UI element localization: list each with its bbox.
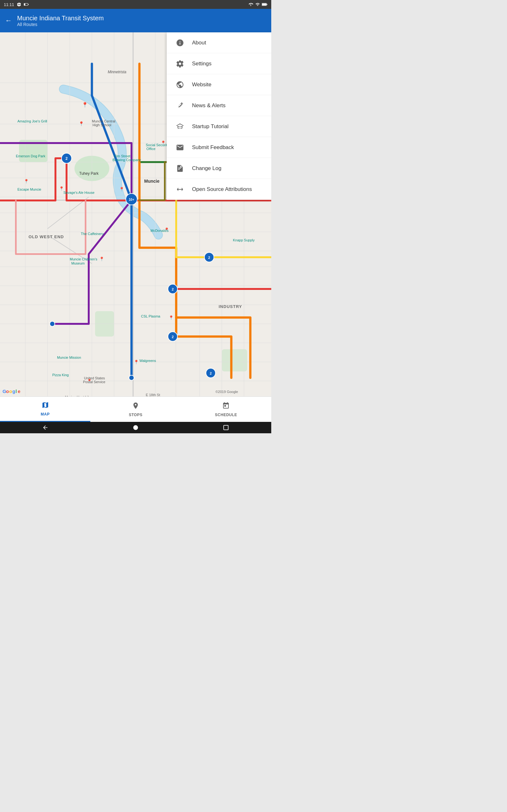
wifi-icon: [248, 2, 253, 7]
battery-icon: [24, 3, 29, 6]
svg-text:📍: 📍: [99, 256, 105, 262]
svg-text:Savage's Ale House: Savage's Ale House: [63, 191, 95, 194]
svg-text:Pizza King: Pizza King: [52, 373, 69, 377]
time-display: 11:11: [4, 2, 14, 7]
svg-text:INDUSTRY: INDUSTRY: [219, 304, 242, 309]
svg-text:o: o: [6, 389, 9, 394]
svg-rect-5: [262, 3, 267, 5]
settings-label: Settings: [192, 61, 211, 67]
settings-menu-icon: [174, 58, 186, 69]
submit-feedback-label: Submit Feedback: [192, 144, 234, 151]
svg-text:2: 2: [172, 287, 174, 291]
status-bar: 11:11: [0, 0, 271, 9]
svg-text:📍: 📍: [134, 359, 139, 365]
menu-item-website[interactable]: Website: [167, 74, 271, 95]
schedule-nav-icon: [222, 402, 230, 411]
svg-text:Muncie Central: Muncie Central: [92, 119, 115, 123]
recent-system-button[interactable]: [220, 422, 232, 433]
menu-item-open-source[interactable]: Open Source Attributions: [167, 179, 271, 200]
menu-item-about[interactable]: About: [167, 32, 271, 53]
svg-text:📍: 📍: [78, 121, 84, 126]
svg-text:📍: 📍: [169, 315, 174, 320]
svg-text:Tuhey Park: Tuhey Park: [79, 171, 99, 176]
system-nav: [0, 422, 271, 433]
news-alerts-label: News & Alerts: [192, 102, 226, 109]
nav-map[interactable]: MAP: [0, 397, 90, 422]
svg-point-108: [133, 425, 138, 430]
svg-text:2: 2: [210, 371, 212, 375]
stops-nav-icon: [132, 402, 139, 411]
svg-text:g: g: [12, 389, 15, 394]
change-log-icon: [174, 163, 186, 174]
svg-text:Office: Office: [147, 147, 156, 151]
svg-rect-10: [222, 349, 247, 371]
header-text: Muncie Indiana Transit System All Routes: [17, 14, 104, 27]
svg-text:📍: 📍: [119, 187, 124, 192]
svg-text:Escape Muncie: Escape Muncie: [17, 188, 41, 191]
app-subtitle: All Routes: [17, 22, 104, 27]
svg-text:📍: 📍: [59, 186, 64, 191]
website-icon: [174, 79, 186, 90]
svg-point-56: [129, 375, 134, 380]
menu-item-news-alerts[interactable]: News & Alerts: [167, 95, 271, 116]
svg-text:G: G: [3, 389, 6, 394]
svg-rect-1: [28, 4, 29, 5]
map-nav-label: MAP: [41, 412, 50, 416]
map-nav-icon: [42, 401, 49, 411]
svg-text:e: e: [18, 389, 20, 394]
signal-icon: [256, 2, 260, 7]
svg-text:📍: 📍: [164, 227, 170, 233]
svg-text:Muncie: Muncie: [144, 179, 159, 184]
svg-text:High School: High School: [93, 123, 111, 127]
back-button[interactable]: ←: [5, 16, 12, 25]
about-label: About: [192, 40, 206, 46]
svg-text:2: 2: [172, 335, 174, 339]
status-bar-left: 11:11: [4, 2, 29, 7]
svg-text:©2019 Google: ©2019 Google: [216, 390, 238, 394]
svg-text:l: l: [15, 389, 17, 394]
svg-text:Muncie Mission: Muncie Mission: [57, 356, 81, 359]
svg-text:Walgreens: Walgreens: [139, 359, 156, 362]
svg-text:2: 2: [208, 256, 210, 259]
open-source-label: Open Source Attributions: [192, 186, 252, 193]
svg-rect-2: [24, 3, 25, 5]
startup-tutorial-label: Startup Tutorial: [192, 123, 228, 130]
app-title: Muncie Indiana Transit System: [17, 14, 104, 22]
battery-right-icon: [262, 3, 268, 6]
svg-text:Postal Service: Postal Service: [83, 380, 105, 384]
svg-text:Knapp Supply: Knapp Supply: [233, 238, 255, 242]
svg-text:OLD WEST END: OLD WEST END: [29, 235, 64, 239]
svg-text:2: 2: [66, 156, 68, 161]
home-system-button[interactable]: [129, 422, 142, 433]
nav-schedule[interactable]: SCHEDULE: [181, 397, 271, 422]
menu-item-startup-tutorial[interactable]: Startup Tutorial: [167, 116, 271, 137]
submit-feedback-icon: [174, 142, 186, 153]
svg-text:Museum: Museum: [71, 261, 84, 265]
svg-text:10+: 10+: [129, 198, 134, 201]
change-log-label: Change Log: [192, 165, 222, 171]
svg-point-55: [50, 321, 55, 326]
svg-text:Emerson Dog Park: Emerson Dog Park: [16, 154, 45, 158]
svg-text:E 18th St: E 18th St: [146, 393, 160, 397]
nav-stops[interactable]: STOPS: [90, 397, 181, 422]
svg-rect-109: [224, 425, 228, 430]
about-icon: [174, 37, 186, 49]
news-alerts-icon: [174, 100, 186, 111]
menu-item-submit-feedback[interactable]: Submit Feedback: [167, 137, 271, 158]
status-bar-right: [248, 2, 268, 7]
settings-icon: [17, 2, 21, 7]
svg-text:Brewing Company: Brewing Company: [112, 158, 141, 162]
svg-text:Minnetrista: Minnetrista: [108, 70, 126, 74]
svg-text:o: o: [9, 389, 12, 394]
app-header: ← Muncie Indiana Transit System All Rout…: [0, 9, 271, 32]
dropdown-menu: About Settings Website News & Alerts: [167, 32, 271, 200]
svg-text:📍: 📍: [24, 179, 29, 184]
stops-nav-label: STOPS: [129, 413, 143, 417]
back-system-button[interactable]: [39, 422, 52, 433]
svg-text:Amazing Joe's Grill: Amazing Joe's Grill: [17, 119, 47, 123]
startup-tutorial-icon: [174, 121, 186, 132]
menu-item-settings[interactable]: Settings: [167, 53, 271, 74]
menu-item-change-log[interactable]: Change Log: [167, 158, 271, 179]
website-label: Website: [192, 82, 211, 88]
open-source-icon: [174, 184, 186, 195]
